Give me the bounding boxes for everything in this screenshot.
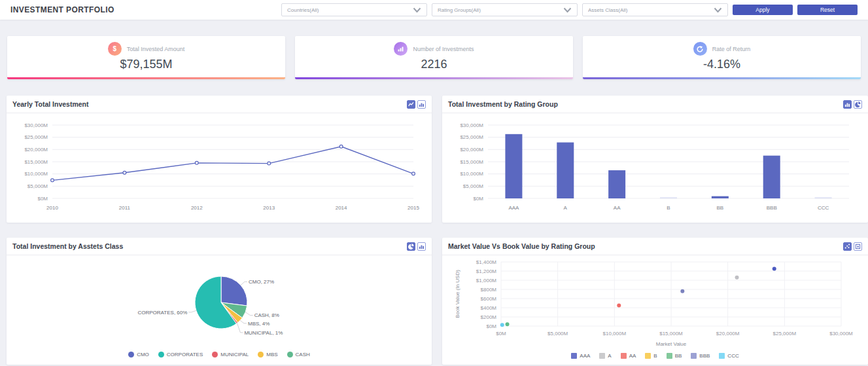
assets-class-filter-value: Assets Class(All): [588, 7, 714, 13]
bar-chart-icon: [394, 42, 408, 56]
legend-item-B[interactable]: B: [645, 353, 657, 359]
svg-text:2011: 2011: [119, 205, 131, 211]
legend-swatch: [691, 353, 697, 359]
svg-text:$400M: $400M: [481, 305, 497, 311]
legend-swatch: [645, 353, 651, 359]
svg-text:$15,000M: $15,000M: [659, 331, 683, 337]
svg-text:2015: 2015: [408, 205, 419, 211]
panel-yearly-total-investment: Yearly Total Investment $0M$5,000M$10,00…: [7, 96, 432, 223]
chart-title: Market Value Vs Book Value by Rating Gro…: [448, 242, 843, 250]
legend-label: A: [608, 353, 611, 359]
reset-button[interactable]: Reset: [797, 5, 858, 15]
chart-toolbar: [843, 242, 862, 251]
legend-label: B: [653, 353, 657, 359]
legend-swatch: [571, 353, 577, 359]
svg-text:Book Value (In USD): Book Value (In USD): [455, 270, 460, 318]
legend-label: AA: [629, 353, 636, 359]
pie-chart-icon[interactable]: [854, 100, 862, 109]
kpi-row: $ Total Invested Amount $79,155M Number …: [7, 36, 861, 79]
panel-investment-by-rating-group: Total Investment by Rating Group $0M$5,0…: [442, 96, 868, 223]
scatter-point-CCC: [500, 323, 504, 327]
svg-text:$20,000M: $20,000M: [24, 147, 48, 153]
svg-text:$600M: $600M: [481, 296, 497, 302]
bar-chart-icon[interactable]: [417, 100, 426, 109]
svg-text:$25,000M: $25,000M: [773, 331, 797, 337]
panel-investment-by-assets-class: Total Investment by Asstets Class CMO, 2…: [7, 238, 432, 365]
legend-swatch: [287, 352, 293, 357]
chevron-down-icon: [413, 7, 421, 13]
legend-swatch: [212, 352, 218, 357]
legend-item-CCC[interactable]: CCC: [719, 353, 738, 359]
legend-swatch: [621, 353, 627, 359]
svg-text:2013: 2013: [263, 205, 275, 211]
svg-text:2014: 2014: [336, 205, 347, 211]
charts-grid: Yearly Total Investment $0M$5,000M$10,00…: [7, 96, 861, 365]
legend-item-BB[interactable]: BB: [667, 353, 682, 359]
svg-text:$5,000M: $5,000M: [463, 183, 483, 189]
box-icon[interactable]: [854, 242, 862, 251]
assets-class-filter-dropdown[interactable]: Assets Class(All): [582, 3, 728, 16]
svg-text:A: A: [564, 205, 568, 211]
kpi-accent-bar: [583, 77, 861, 79]
svg-text:$20,000M: $20,000M: [716, 331, 740, 337]
svg-text:$20,000M: $20,000M: [460, 147, 483, 153]
legend-item-MBS[interactable]: MBS: [258, 352, 277, 357]
apply-button[interactable]: Apply: [733, 5, 793, 15]
kpi-rate-of-return: Rate of Return -4.16%: [583, 36, 861, 79]
legend-label: CMO: [137, 352, 149, 357]
bar-chart-icon[interactable]: [843, 100, 852, 109]
dollar-icon: $: [108, 42, 122, 56]
svg-text:$30,000M: $30,000M: [460, 122, 483, 128]
legend-item-BBB[interactable]: BBB: [691, 353, 710, 359]
pie-chart-icon[interactable]: [407, 242, 415, 251]
return-arrow-icon: [693, 42, 707, 56]
countries-filter-value: Countries(All): [287, 7, 413, 13]
svg-text:$15,000M: $15,000M: [460, 159, 483, 165]
kpi-label: Rate of Return: [712, 46, 751, 52]
legend-item-MUNICIPAL[interactable]: MUNICIPAL: [212, 352, 249, 357]
svg-text:$1,000M: $1,000M: [476, 278, 496, 284]
svg-text:$0M: $0M: [496, 331, 506, 337]
svg-text:2010: 2010: [46, 205, 58, 211]
legend-label: CORPORATES: [167, 352, 203, 357]
svg-text:$25,000M: $25,000M: [460, 134, 483, 140]
legend-item-CASH[interactable]: CASH: [287, 352, 310, 357]
svg-text:BB: BB: [717, 205, 724, 211]
page-title: INVESTMENT PORTFOLIO: [10, 5, 114, 14]
chevron-down-icon: [563, 7, 572, 13]
chart-toolbar: [843, 100, 862, 109]
svg-text:B: B: [667, 205, 670, 211]
bar-chart-icon[interactable]: [417, 242, 426, 251]
legend-item-AA[interactable]: AA: [621, 353, 636, 359]
svg-text:$10,000M: $10,000M: [603, 331, 627, 337]
legend-item-CMO[interactable]: CMO: [128, 352, 149, 357]
svg-text:MBS, 4%: MBS, 4%: [248, 321, 269, 327]
scatter-chart-icon[interactable]: [843, 242, 852, 251]
kpi-total-invested-amount: $ Total Invested Amount $79,155M: [7, 36, 285, 79]
line-chart-icon[interactable]: [407, 100, 415, 109]
svg-text:CMO, 27%: CMO, 27%: [249, 279, 274, 285]
svg-text:AAA: AAA: [508, 205, 519, 211]
kpi-accent-bar: [7, 77, 285, 79]
chart-title: Total Investment by Rating Group: [448, 100, 843, 108]
legend-swatch: [599, 353, 605, 359]
svg-text:MUNICIPAL, 1%: MUNICIPAL, 1%: [244, 330, 283, 336]
legend-label: AAA: [580, 353, 590, 359]
svg-text:$0M: $0M: [473, 196, 483, 202]
svg-text:$200M: $200M: [481, 314, 497, 320]
scatter-point-BBB: [680, 289, 684, 293]
countries-filter-dropdown[interactable]: Countries(All): [281, 3, 427, 16]
legend-swatch: [258, 352, 264, 357]
legend-swatch: [719, 353, 725, 359]
rating-group-bar-chart: $0M$5,000M$10,000M$15,000M$20,000M$25,00…: [449, 116, 858, 217]
legend-label: BB: [675, 353, 682, 359]
legend-item-AAA[interactable]: AAA: [571, 353, 590, 359]
svg-text:$5,000M: $5,000M: [27, 183, 48, 189]
kpi-value: 2216: [421, 58, 447, 71]
legend-item-A[interactable]: A: [599, 353, 611, 359]
legend-label: BBB: [699, 353, 710, 359]
rating-groups-filter-dropdown[interactable]: Rating Groups(All): [432, 3, 578, 16]
scatter-point-A: [735, 276, 739, 280]
legend-item-CORPORATES[interactable]: CORPORATES: [158, 352, 203, 357]
svg-text:$1,200M: $1,200M: [476, 268, 496, 274]
